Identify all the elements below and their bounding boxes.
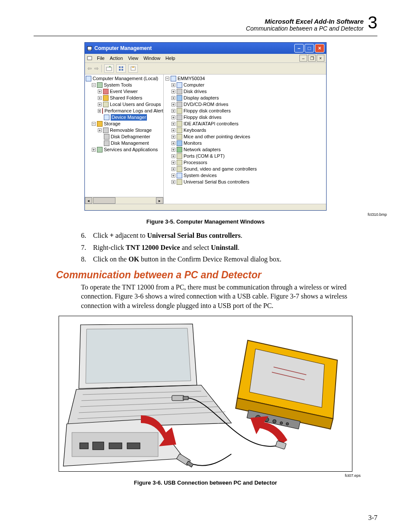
expand-icon[interactable]: +	[171, 115, 175, 119]
dev-computer[interactable]: +Computer	[165, 82, 326, 88]
right-tree-pane[interactable]: −EMMY50034 +Computer +Disk drives +Displ…	[164, 75, 326, 204]
dev-mice[interactable]: +Mice and other pointing devices	[165, 134, 326, 140]
tree-perf-logs[interactable]: +Performance Logs and Alerts	[86, 108, 163, 114]
expand-icon[interactable]: +	[171, 103, 175, 106]
menu-help[interactable]: Help	[165, 56, 175, 61]
scroll-left-button[interactable]: ◂	[85, 197, 92, 204]
expand-icon[interactable]: +	[171, 167, 175, 171]
menu-file[interactable]: File	[97, 56, 105, 61]
menu-view[interactable]: View	[128, 56, 138, 61]
svg-point-31	[273, 420, 276, 423]
tree-device-manager[interactable]: Device Manager	[86, 114, 163, 121]
dev-usb[interactable]: +Universal Serial Bus controllers	[165, 179, 326, 185]
usb-connection-diagram	[59, 316, 352, 472]
tree-services[interactable]: +Services and Applications	[86, 146, 163, 153]
svg-rect-34	[172, 395, 184, 401]
expand-icon[interactable]: +	[98, 96, 102, 100]
expand-icon[interactable]: +	[98, 128, 102, 132]
expand-icon[interactable]: +	[171, 83, 175, 87]
maximize-button[interactable]: □	[305, 44, 314, 53]
computer-management-window: Computer Management – □ × File Action Vi…	[84, 42, 327, 211]
dev-processors[interactable]: +Processors	[165, 159, 326, 166]
instruction-list: 6. Click + adjacent to Universal Serial …	[81, 231, 377, 264]
tree-local-users[interactable]: +Local Users and Groups	[86, 101, 163, 108]
forward-icon[interactable]: ⇨	[94, 65, 99, 72]
scroll-right-button[interactable]: ▸	[156, 197, 163, 204]
left-tree-pane[interactable]: Computer Management (Local) −System Tool…	[85, 75, 164, 204]
horizontal-scrollbar[interactable]: ◂ ▸	[85, 197, 163, 204]
scroll-thumb[interactable]	[93, 197, 115, 204]
dev-floppy-drv[interactable]: +Floppy disk drives	[165, 114, 326, 121]
window-titlebar[interactable]: Computer Management – □ ×	[85, 43, 326, 54]
svg-rect-21	[109, 443, 122, 449]
dev-dvd[interactable]: +DVD/CD-ROM drives	[165, 101, 326, 108]
tree-root[interactable]: Computer Management (Local)	[86, 75, 163, 82]
minimize-button[interactable]: –	[294, 44, 304, 53]
usb-icon	[177, 179, 182, 185]
collapse-icon[interactable]: −	[165, 77, 169, 81]
expand-icon[interactable]: +	[171, 90, 175, 93]
disk-icon	[177, 89, 182, 94]
dev-sound[interactable]: +Sound, video and game controllers	[165, 166, 326, 172]
dev-monitors[interactable]: +Monitors	[165, 140, 326, 146]
expand-icon[interactable]: +	[171, 174, 175, 177]
dev-floppy-ctrl[interactable]: +Floppy disk controllers	[165, 108, 326, 114]
expand-icon[interactable]: +	[171, 109, 175, 113]
menu-window[interactable]: Window	[143, 56, 160, 61]
folder-up-icon[interactable]	[104, 64, 114, 73]
back-icon[interactable]: ⇦	[87, 65, 92, 72]
menu-action[interactable]: Action	[110, 56, 123, 61]
expand-icon[interactable]: +	[92, 148, 96, 152]
dev-keyboards[interactable]: +Keyboards	[165, 127, 326, 134]
inner-restore-button[interactable]: ❐	[308, 55, 316, 62]
close-button[interactable]: ×	[315, 44, 324, 53]
figure1-caption: Figure 3-5. Computer Management Windows	[34, 218, 377, 225]
tree-shared-folders[interactable]: +Shared Folders	[86, 95, 163, 101]
expand-icon[interactable]: +	[98, 90, 102, 93]
dev-display[interactable]: +Display adapters	[165, 95, 326, 101]
expand-icon[interactable]: +	[171, 96, 175, 100]
tree-removable[interactable]: +Removable Storage	[86, 127, 163, 134]
inner-close-button[interactable]: ×	[317, 55, 324, 62]
collapse-icon[interactable]: −	[92, 83, 96, 87]
tree-defrag[interactable]: Disk Defragmenter	[86, 134, 163, 140]
expand-icon[interactable]: +	[171, 161, 175, 165]
dev-network[interactable]: +Network adapters	[165, 146, 326, 153]
window-title: Computer Management	[94, 45, 293, 51]
expand-icon[interactable]: +	[98, 109, 101, 113]
tree-storage[interactable]: −Storage	[86, 121, 163, 127]
collapse-icon[interactable]: −	[92, 122, 96, 126]
expand-icon[interactable]: +	[98, 103, 102, 106]
dev-ide[interactable]: +IDE ATA/ATAPI controllers	[165, 121, 326, 127]
disk-mgmt-icon	[104, 140, 109, 146]
svg-point-33	[286, 423, 289, 425]
expand-icon[interactable]: +	[171, 180, 175, 184]
controller-icon	[177, 121, 182, 127]
properties-icon[interactable]	[116, 64, 126, 73]
dev-ports[interactable]: +Ports (COM & LPT)	[165, 153, 326, 159]
expand-icon[interactable]: +	[171, 141, 175, 145]
laptop-illustration	[63, 324, 231, 466]
tree-system-tools[interactable]: −System Tools	[86, 82, 163, 88]
device-root[interactable]: −EMMY50034	[165, 75, 326, 82]
tree-disk-mgmt[interactable]: Disk Management	[86, 140, 163, 146]
step-8-number: 8.	[81, 255, 93, 264]
figure2-caption: Figure 3-6. USB Connection between PC an…	[34, 479, 377, 486]
dev-disk-drives[interactable]: +Disk drives	[165, 88, 326, 95]
services-icon	[97, 147, 103, 152]
expand-icon[interactable]: +	[171, 135, 175, 139]
expand-icon[interactable]: +	[171, 148, 175, 152]
expand-icon[interactable]: +	[171, 122, 175, 126]
dev-system[interactable]: +System devices	[165, 172, 326, 179]
defrag-icon	[104, 134, 109, 140]
inner-minimize-button[interactable]: –	[299, 55, 307, 62]
storage-icon	[97, 121, 103, 127]
svg-rect-22	[127, 443, 140, 449]
expand-icon[interactable]: +	[171, 128, 175, 132]
svg-rect-2	[87, 56, 92, 60]
system-icon	[177, 173, 182, 178]
tree-event-viewer[interactable]: +Event Viewer	[86, 88, 163, 95]
expand-icon[interactable]: +	[171, 154, 175, 158]
refresh-icon[interactable]	[128, 64, 138, 73]
mouse-icon	[177, 134, 182, 140]
